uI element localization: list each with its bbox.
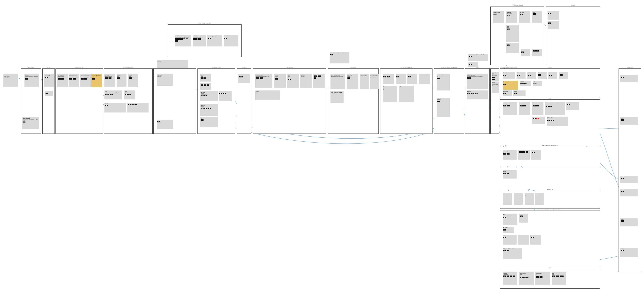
- thumb-button[interactable]: ▆▆: [45, 77, 48, 78]
- card-tl4[interactable]: colcol: [535, 193, 544, 205]
- thumb-button[interactable]: ▆▆: [506, 44, 510, 46]
- action-button[interactable]: a: [507, 276, 509, 277]
- thumb-button[interactable]: ▆▆: [621, 250, 624, 251]
- card-ip5[interactable]: Giftnote▆▆: [548, 72, 557, 79]
- thumb-button[interactable]: ▆▆: [621, 191, 624, 192]
- action-button[interactable]: yes: [492, 77, 495, 78]
- thumb-button[interactable]: ▆▆: [551, 120, 554, 121]
- action-button[interactable]: stop: [260, 77, 263, 79]
- action-button[interactable]: reply: [468, 77, 471, 79]
- thumb-button[interactable]: ▆▆: [383, 76, 386, 77]
- card-rd1[interactable]: You want this piece?We'll move forward o…: [492, 72, 499, 81]
- card-offerOK[interactable]: ok: [45, 91, 53, 96]
- card-fc1[interactable]: Somethingchoose which order is firstthis…: [104, 74, 115, 87]
- card-lq3[interactable]: STATE: this order is filled or will in s…: [360, 74, 369, 89]
- card-hp7[interactable]: Send info to support? We'll include the …: [503, 248, 522, 259]
- card-ck1[interactable]: Picked it up (placed)▆▆: [493, 11, 504, 23]
- action-button[interactable]: try again: [105, 94, 109, 95]
- card-mi1[interactable]: options▆▆▆▆: [383, 74, 394, 84]
- card-fc4[interactable]: ErrorSomething went wrong or the chosen …: [104, 90, 122, 99]
- card-hl2[interactable]: Common definitionsshippingpull-statep2p▆…: [519, 272, 534, 285]
- card-hl3[interactable]: Inbound structurePOASN▆▆▆▆: [535, 272, 550, 285]
- card-co3[interactable]: nameaddress$$ typicallynow▆▆: [287, 74, 299, 88]
- card-hw2[interactable]: ▆▆: [548, 21, 559, 29]
- thumb-button[interactable]: ▆▆: [621, 178, 624, 179]
- card-st6[interactable]: custom▆▆: [200, 117, 218, 127]
- action-button[interactable]: dismiss: [560, 276, 564, 277]
- card-tl1[interactable]: time left in queue: [503, 193, 512, 205]
- card-ck4[interactable]: clipping▆▆: [532, 11, 542, 23]
- thumb-button[interactable]: ▆▆: [520, 14, 522, 15]
- card-otp[interactable]: Enter the code[ ][ ][ ][ ]: [238, 74, 250, 83]
- card-leftStart[interactable]: cursor side.Options + pictures.make this…: [3, 74, 18, 87]
- action-button[interactable]: Add your money back: [175, 38, 183, 40]
- action-button[interactable]: edit: [128, 94, 131, 95]
- card-popErr2[interactable]: Final error messageLooks like the bot is…: [192, 35, 206, 46]
- card-st4[interactable]: ▆▆▆▆: [219, 91, 232, 101]
- thumb-button[interactable]: ▆▆: [84, 78, 87, 79]
- thumb-button[interactable]: ▆▆: [521, 51, 524, 53]
- thumb-button[interactable]: ▆▆: [469, 56, 472, 57]
- action-button[interactable]: a: [523, 277, 526, 278]
- card-hp2[interactable]: ok▆▆: [519, 214, 528, 223]
- thumb-button[interactable]: ▆▆: [520, 277, 522, 278]
- card-ex4[interactable]: example D▆▆: [620, 189, 638, 196]
- action-button[interactable]: d: [207, 84, 209, 86]
- card-ex6[interactable]: example F▆▆: [620, 248, 638, 257]
- card-dc1[interactable]: Check the captured infoyellow underline …: [503, 150, 516, 160]
- action-button[interactable]: ok: [507, 153, 510, 155]
- thumb-button[interactable]: ▆▆: [503, 105, 506, 106]
- action-button[interactable]: [ ][ ][ ][ ]: [239, 76, 243, 77]
- thumb-button[interactable]: ▆▆: [506, 28, 510, 30]
- card-ck5[interactable]: Loyaltytip tip tip▆▆: [506, 25, 519, 41]
- thumb-button[interactable]: ▆▆: [224, 38, 227, 39]
- action-button[interactable]: this: [105, 77, 108, 79]
- card-ck2[interactable]: Final messagewe'll share feedback▆▆: [506, 11, 517, 23]
- card-hl1[interactable]: Page breaks...(identify places)▆▆abc: [503, 272, 517, 285]
- card-popErr3[interactable]: Error resolving at attempt▆▆: [207, 35, 222, 46]
- card-p4[interactable]: Push robot to pick queued in an ordered …: [92, 74, 102, 87]
- card-dt3[interactable]: Custom to tempreview▆▆use: [532, 102, 544, 115]
- card-dt2[interactable]: Currentreview▆▆use: [519, 102, 530, 115]
- card-ip6[interactable]: Pick▆▆: [559, 72, 568, 79]
- action-button[interactable]: view: [318, 75, 321, 77]
- card-dt5[interactable]: another option▆▆: [566, 102, 579, 110]
- action-button[interactable]: use: [523, 105, 526, 106]
- card-pr1[interactable]: Hey what's up — NotedHi I'm the bot. I'l…: [467, 74, 488, 89]
- thumb-button[interactable]: ▆▆: [73, 78, 76, 79]
- action-button[interactable]: b: [204, 77, 206, 79]
- card-lq1[interactable]: Current order (about ~done)About done, s…: [330, 74, 345, 89]
- card-ck7[interactable]: Gift▆▆: [520, 49, 530, 56]
- card-ex5[interactable]: example E▆▆: [620, 219, 638, 226]
- action-button[interactable]: x: [524, 83, 526, 84]
- action-button[interactable]: ok: [522, 151, 525, 153]
- thumb-button[interactable]: ▆▆: [204, 95, 207, 96]
- thumb-button[interactable]: ▆▆: [534, 83, 536, 84]
- action-button[interactable]: ok: [437, 101, 440, 102]
- card-hw1[interactable]: ▆▆: [548, 11, 559, 19]
- card-ip3[interactable]: Emaileg.▆▆: [527, 72, 536, 79]
- card-ip10[interactable]: Override▆▆: [513, 90, 526, 96]
- card-tl3[interactable]: colcolcol: [525, 193, 534, 205]
- thumb-button[interactable]: ▆▆: [117, 77, 120, 79]
- action-button[interactable]: [186, 38, 188, 39]
- card-mi2[interactable]: retry▆▆: [396, 74, 406, 84]
- card-hp3[interactable]: Press for helphelp: [503, 227, 514, 233]
- action-button[interactable]: [184, 38, 186, 39]
- thumb-button[interactable]: ▆▆: [503, 217, 506, 218]
- thumb-button[interactable]: ▆▆: [105, 105, 108, 106]
- card-st0[interactable]: Set default target form: [157, 60, 188, 68]
- card-ba1[interactable]: I didn't find a match for that. Could yo…: [468, 54, 488, 61]
- card-ex3[interactable]: example C▆▆: [620, 176, 638, 183]
- thumb-button[interactable]: ▆▆: [506, 15, 510, 16]
- card-ip1[interactable]: Store linkpaste store▆▆: [503, 72, 515, 79]
- card-dc2[interactable]: ▆▆okx: [518, 150, 530, 160]
- card-co4[interactable]: same screenscroll / tap etc.: [300, 74, 312, 88]
- card-hp1[interactable]: All donesummary text goes here across a …: [503, 214, 517, 225]
- card-p3[interactable]: Show the user how this map pairs upif th…: [80, 74, 90, 87]
- action-button[interactable]: c: [513, 276, 515, 277]
- link-button[interactable]: link: [23, 121, 26, 123]
- card-mi5[interactable]: rowrowrowrowrow: [383, 86, 398, 102]
- action-button[interactable]: ok: [503, 84, 506, 85]
- action-button[interactable]: use: [507, 105, 510, 106]
